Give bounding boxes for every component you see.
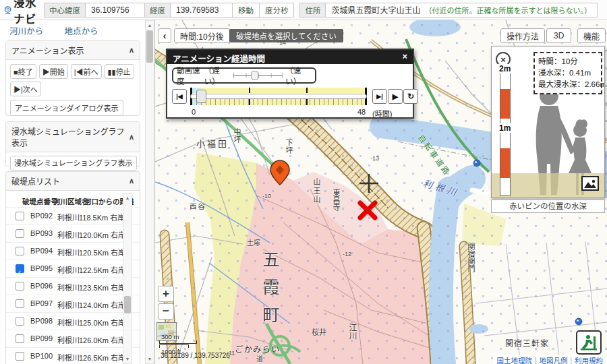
map-label-sakurai: 桜井 xyxy=(312,326,326,337)
functions-button[interactable]: 機能 xyxy=(577,28,606,43)
row-checkbox[interactable]: ✓ xyxy=(16,352,24,361)
graph-panel: 浸水域シミュレーショングラフ表示 ∧ 浸水域シミュレーショングラフ表示 xyxy=(5,121,140,167)
collapse-caret-icon[interactable]: ∧ xyxy=(129,177,134,185)
evacuation-site-button[interactable] xyxy=(576,330,602,355)
animation-panel-header[interactable]: アニメーション表示 ∧ xyxy=(6,41,140,60)
move-button[interactable]: 移動 xyxy=(233,3,260,18)
row-checkbox[interactable]: ✓ xyxy=(16,212,24,220)
map-label-kofukuda: 小福田 xyxy=(196,137,229,150)
elapsed-time-label: 時間:10分後 xyxy=(174,28,230,43)
app-window: 浸水ナビ 中心緯度 36.109756 経度 139.769583 移動 度分秒… xyxy=(0,0,607,364)
table-row[interactable]: ✓ BP097利根川124.0Km 右岸 xyxy=(6,295,140,312)
play-button[interactable]: ▶ xyxy=(388,89,403,104)
coordinate-input-group: 中心緯度 36.109756 経度 139.769583 移動 度分秒 xyxy=(44,3,295,18)
row-checkbox[interactable]: ✓ xyxy=(16,334,24,343)
skip-to-start-button[interactable]: |◀ xyxy=(172,89,187,104)
table-row[interactable]: ✓ BP093利根川120.0Km 右岸 xyxy=(6,224,140,242)
breakpoint-panel-title: 破堤点リスト xyxy=(11,175,60,187)
timeline-groove[interactable] xyxy=(190,94,367,99)
breakpoint-list-panel: 破堤点リスト ∧ 破堤点番号 河川区域名 河口からの距離 ✓ BP092利根川1… xyxy=(5,171,140,364)
address-label: 住所 xyxy=(299,3,326,18)
app-logo: 浸水ナビ xyxy=(4,0,37,26)
scale-1m-label: 1m xyxy=(498,123,512,133)
breakpoint-panel-header[interactable]: 破堤点リスト ∧ xyxy=(6,172,140,191)
table-row[interactable]: ✓ BP100利根川126.5Km 右岸 xyxy=(6,347,140,363)
map-label-shimotsubo: 下坪 xyxy=(283,139,294,154)
zoom-out-button[interactable]: − xyxy=(158,303,174,320)
anim-pause-button[interactable]: ▮▮停止 xyxy=(105,64,134,79)
image-icon[interactable] xyxy=(581,176,599,191)
scroll-up-icon[interactable]: ▲ xyxy=(123,195,132,200)
row-checkbox[interactable]: ✓ xyxy=(16,299,24,308)
top-header-bar: 浸水ナビ 中心緯度 36.109756 経度 139.769583 移動 度分秒… xyxy=(0,0,607,20)
zoom-in-button[interactable]: + xyxy=(158,286,174,302)
map-label-nishiya: 西谷 xyxy=(190,201,206,211)
table-row[interactable]: ✓ BP099利根川126.0Km 右岸 xyxy=(6,330,140,347)
row-checkbox[interactable]: ✓ xyxy=(16,229,24,238)
tab-from-point[interactable]: 地点から xyxy=(65,27,98,36)
row-checkbox[interactable]: ✓ xyxy=(16,247,24,255)
depth-scale-bar xyxy=(500,69,511,196)
skip-back-icon: |◀ xyxy=(74,68,84,76)
app-title: 浸水ナビ xyxy=(13,0,37,26)
table-row[interactable]: ✓ BP098利根川125.0Km 右岸 xyxy=(6,312,140,330)
scrollbar-thumb[interactable] xyxy=(146,30,153,63)
collapse-caret-icon[interactable]: ∧ xyxy=(129,133,134,142)
center-lat-value[interactable]: 36.109756 xyxy=(86,3,145,18)
speed-slider-handle[interactable] xyxy=(251,71,258,80)
spot-height: ·10 xyxy=(262,193,271,200)
anim-end-button[interactable]: ■終了 xyxy=(10,64,36,79)
scale-2m-label: 2m xyxy=(498,64,512,73)
anim-prev-button[interactable]: |◀前へ xyxy=(71,64,102,79)
map-attribution[interactable]: 国土地理院｜地図凡例｜利用規約 xyxy=(493,355,607,364)
timeline-unit-label: (時間) xyxy=(372,108,392,119)
anim-start-button[interactable]: ▶開始 xyxy=(39,64,68,79)
list-scrollbar[interactable]: ▲ ▼ xyxy=(123,193,132,364)
row-checkbox[interactable]: ✓ xyxy=(16,317,24,326)
evacuation-icon xyxy=(579,334,598,351)
dialog-titlebar[interactable]: アニメーション経過時間 × xyxy=(167,50,413,64)
play-icon: ▶ xyxy=(42,68,50,76)
scrollbar-thumb[interactable] xyxy=(124,296,131,313)
close-icon[interactable]: × xyxy=(402,51,407,61)
animation-dialog-button[interactable]: アニメーションダイアログ表示 xyxy=(10,100,123,116)
graph-panel-header[interactable]: 浸水域シミュレーショングラフ表示 ∧ xyxy=(6,122,140,152)
address-value-box[interactable]: 茨城県五霞町大字山王山 （付近の住所。正確な所属を示すとは限らない。） xyxy=(326,3,598,18)
lng-value[interactable]: 139.769583 xyxy=(171,3,233,18)
table-row[interactable]: ✓ BP092利根川118.5Km 右岸 xyxy=(6,207,140,224)
timeline-upper-strip xyxy=(192,88,365,93)
tab-from-river[interactable]: 河川から xyxy=(9,27,43,36)
sidebar-scrollbar[interactable]: ▲ ▼ xyxy=(145,20,154,364)
table-row[interactable]: ✓ BP095利根川122.5Km 右岸 xyxy=(6,260,140,277)
graph-show-button[interactable]: 浸水域シミュレーショングラフ表示 xyxy=(10,156,137,171)
skip-to-end-button[interactable]: ▶| xyxy=(372,89,387,104)
sidebar-collapse-button[interactable]: ‹ xyxy=(158,28,171,43)
timeline-track[interactable] xyxy=(190,88,367,105)
anim-next-button[interactable]: ▶|次へ xyxy=(10,82,41,96)
3d-button[interactable]: 3D xyxy=(546,28,571,43)
table-row[interactable]: ✓ BP096利根川123.5Km 右岸 xyxy=(6,277,140,295)
row-checkbox[interactable]: ✓ xyxy=(16,264,24,273)
stop-square-icon: ■ xyxy=(13,68,18,76)
scroll-down-icon[interactable]: ▼ xyxy=(146,357,154,361)
scroll-up-icon[interactable]: ▲ xyxy=(146,23,154,28)
table-row[interactable]: ✓ BP094利根川120.5Km 右岸 xyxy=(6,242,140,260)
row-checkbox[interactable]: ✓ xyxy=(16,282,24,291)
map-viewport[interactable]: 小福田 中坪 下坪 西谷 山王山 東昌寺 土塚 五霞町 江川 桜井 ごかみらい … xyxy=(155,20,607,364)
timeline-max-label: 48 xyxy=(357,108,366,116)
replay-button[interactable]: ↻ xyxy=(403,89,418,104)
speed-slider[interactable] xyxy=(232,70,285,81)
dms-button[interactable]: 度分秒 xyxy=(260,3,295,18)
help-button[interactable]: 操作方法 xyxy=(500,28,545,43)
timeline-handle[interactable] xyxy=(196,90,206,103)
animation-panel-title: アニメーション表示 xyxy=(11,44,84,56)
depth-info-box: 時間：10分 浸水深：0.41m 最大浸水深：2.66m xyxy=(533,52,602,94)
depth-panel: × 2m 1m 時間：10分 浸水深：0.41m 最大浸水深：2.66m xyxy=(491,46,605,198)
animation-time-dialog[interactable]: アニメーション経過時間 × 動画速度 （遅い） （速い） |◀ xyxy=(166,49,414,119)
breakpoint-rows: ✓ BP092利根川118.5Km 右岸 ✓ BP093利根川120.0Km 右… xyxy=(6,207,140,363)
spot-height: ·12 xyxy=(343,251,351,257)
scroll-down-icon[interactable]: ▼ xyxy=(123,357,132,361)
collapse-caret-icon[interactable]: ∧ xyxy=(129,46,134,55)
map-label-michi: 道 xyxy=(256,353,263,363)
center-lat-label: 中心緯度 xyxy=(44,3,86,18)
